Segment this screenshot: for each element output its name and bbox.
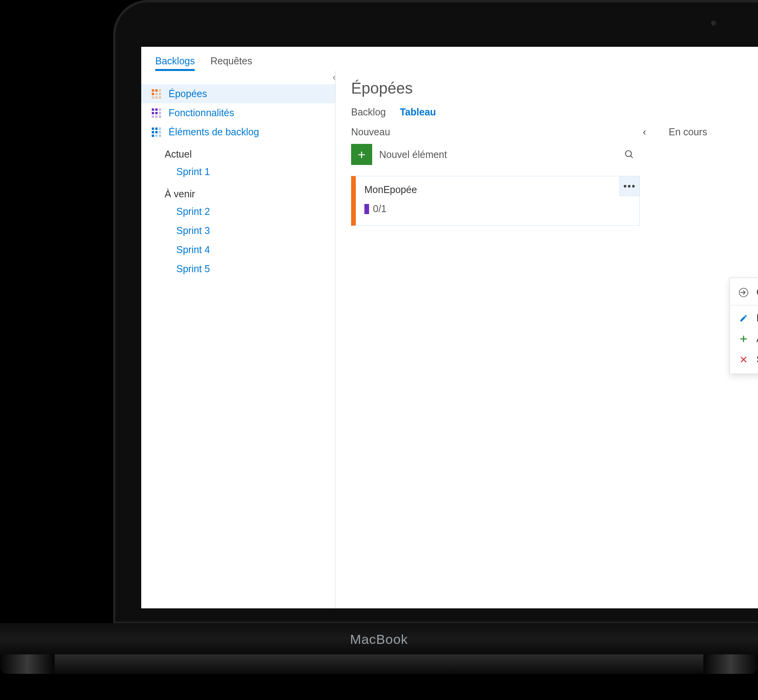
- tab-backlogs[interactable]: Backlogs: [155, 53, 195, 71]
- ellipsis-icon: •••: [623, 181, 636, 192]
- svg-point-0: [625, 151, 631, 156]
- pencil-icon: [738, 314, 749, 323]
- sprint-link[interactable]: Sprint 5: [141, 259, 335, 278]
- sidebar-item-label: Épopées: [169, 88, 207, 99]
- backlog-items-icon: [151, 128, 162, 137]
- ctx-add-label: Ajouter Fonctionn: [756, 333, 758, 344]
- sidebar-item-features[interactable]: Fonctionnalités: [141, 103, 335, 122]
- column-new-label: Nouveau: [351, 126, 390, 138]
- tab-queries[interactable]: Requêtes: [210, 53, 252, 71]
- sidebar-item-backlog-items[interactable]: Éléments de backlog: [141, 122, 335, 142]
- top-tabs: Backlogs Requêtes: [141, 47, 758, 71]
- ctx-delete[interactable]: Supprimer: [730, 349, 758, 370]
- svg-line-1: [630, 156, 632, 158]
- sprint-link[interactable]: Sprint 2: [141, 202, 335, 221]
- add-icon[interactable]: +: [351, 144, 372, 165]
- card-title: MonEpopée: [364, 184, 631, 195]
- column-in-progress-label: En cours: [669, 126, 707, 138]
- ctx-delete-label: Supprimer: [756, 354, 758, 365]
- page-title: Épopées: [351, 80, 758, 97]
- sprint-link[interactable]: Sprint 4: [141, 240, 335, 259]
- app-screen: Backlogs Requêtes ‹ Épopées: [141, 47, 758, 608]
- feature-chip-icon: [364, 204, 369, 214]
- subtab-board[interactable]: Tableau: [400, 106, 436, 118]
- sprint-link[interactable]: Sprint 3: [141, 221, 335, 240]
- sidebar-group-future: À venir: [141, 181, 335, 202]
- ctx-add-feature[interactable]: Ajouter Fonctionn: [730, 328, 758, 349]
- context-menu: Ouvrir Modifier le titre: [730, 278, 758, 374]
- main-panel: Épopées Backlog Tableau Nouveau ‹ En cou…: [336, 71, 758, 608]
- x-icon: [738, 356, 749, 363]
- card-ratio: 0/1: [373, 203, 387, 214]
- plus-icon: [738, 335, 749, 343]
- device-brand: MacBook: [0, 632, 758, 647]
- column-collapse-icon[interactable]: ‹: [643, 126, 655, 138]
- epics-icon: [151, 89, 162, 99]
- sidebar-group-current: Actuel: [141, 142, 335, 162]
- sidebar-collapse-icon[interactable]: ‹: [333, 73, 336, 83]
- card-more-button[interactable]: •••: [620, 176, 640, 196]
- laptop-hinge: MacBook: [0, 623, 758, 654]
- sidebar-item-label: Fonctionnalités: [169, 107, 234, 119]
- laptop-base: [0, 654, 758, 674]
- open-icon: [738, 288, 749, 297]
- subtab-backlog[interactable]: Backlog: [351, 106, 386, 118]
- sidebar-item-epics[interactable]: Épopées: [141, 84, 335, 103]
- sidebar-item-label: Éléments de backlog: [169, 126, 259, 138]
- sprint-link[interactable]: Sprint 1: [141, 162, 335, 181]
- features-icon: [151, 108, 162, 118]
- board-column-headers: Nouveau ‹ En cours: [351, 123, 758, 142]
- subtabs: Backlog Tableau: [351, 106, 758, 118]
- ctx-edit-title[interactable]: Modifier le titre: [730, 308, 758, 328]
- search-icon[interactable]: [624, 149, 634, 159]
- new-item-row[interactable]: + Nouvel élément: [351, 142, 640, 167]
- laptop-bezel: Backlogs Requêtes ‹ Épopées: [113, 0, 758, 624]
- sidebar: Épopées Fonctionnalités Éléments de back…: [141, 71, 336, 608]
- ctx-open-label: Ouvrir: [756, 287, 758, 298]
- ctx-edit-label: Modifier le titre: [756, 312, 758, 324]
- ctx-separator: [730, 305, 758, 305]
- new-item-label: Nouvel élément: [379, 149, 447, 160]
- card-progress: 0/1: [364, 203, 631, 214]
- ctx-open[interactable]: Ouvrir: [730, 282, 758, 303]
- camera-dot: [710, 19, 717, 27]
- epic-card[interactable]: MonEpopée 0/1 •••: [351, 176, 640, 226]
